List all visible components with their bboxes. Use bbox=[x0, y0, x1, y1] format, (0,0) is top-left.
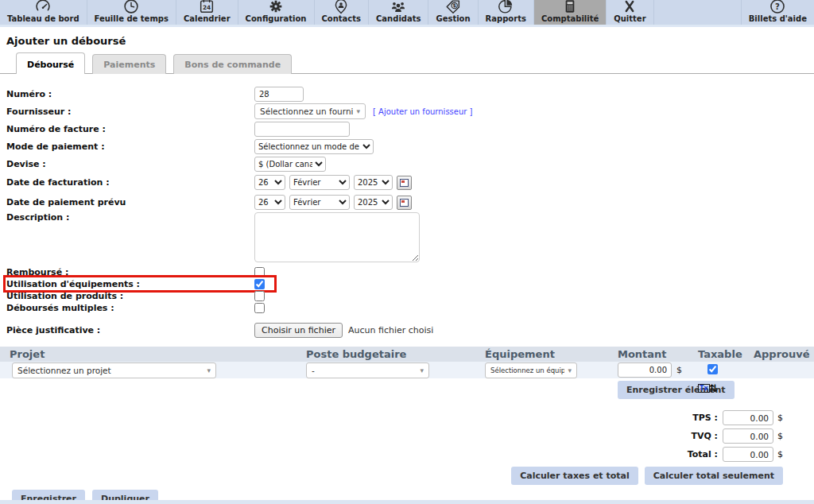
toolbar-item-contacts[interactable]: Contacts bbox=[315, 0, 370, 25]
page-title: Ajouter un déboursé bbox=[6, 35, 814, 47]
form-row-facture: Numéro de facture : bbox=[6, 120, 814, 138]
calendar-icon: 24 bbox=[198, 0, 215, 14]
choose-file-button[interactable]: Choisir un fichier bbox=[254, 323, 343, 338]
col-header-approuve: Approuvé bbox=[754, 347, 810, 362]
poste-selected-value: - bbox=[312, 366, 315, 375]
project-dropdown[interactable]: Sélectionnez un projet ▾ bbox=[12, 362, 216, 378]
toolbar-item-gestion[interactable]: $ Gestion bbox=[428, 0, 478, 25]
toolbar-item-label: Calendrier bbox=[184, 14, 231, 23]
numero-label: Numéro : bbox=[6, 89, 254, 99]
description-label: Description : bbox=[6, 212, 254, 223]
tax-calc-icon[interactable]: Tx⇅ bbox=[698, 382, 718, 394]
calculator-icon bbox=[561, 0, 579, 14]
devise-label: Devise : bbox=[6, 159, 254, 169]
tps-label: TPS : bbox=[692, 413, 718, 423]
chevron-down-icon: ▾ bbox=[356, 107, 360, 115]
mode-paiement-select[interactable]: Sélectionnez un mode de paiement bbox=[254, 139, 374, 154]
calc-taxes-total-button[interactable]: Calculer taxes et total bbox=[511, 467, 638, 485]
utilisation-produits-checkbox[interactable] bbox=[254, 291, 265, 301]
calc-buttons-row: Calculer taxes et total Calculer total s… bbox=[0, 467, 783, 485]
checkbox-row-utilisation-produits: Utilisation de produits : bbox=[6, 290, 814, 302]
mode-paiement-label: Mode de paiement : bbox=[6, 142, 254, 152]
rembourse-checkbox[interactable] bbox=[254, 267, 265, 277]
pie-chart-icon bbox=[497, 0, 514, 14]
col-header-taxable: Taxable bbox=[698, 347, 742, 362]
contact-pin-icon bbox=[332, 0, 350, 14]
calc-total-only-button[interactable]: Calculer total seulement bbox=[645, 467, 783, 485]
taxable-checkbox[interactable] bbox=[707, 364, 718, 374]
people-icon bbox=[390, 0, 407, 14]
date-facturation-day-select[interactable]: 26 bbox=[254, 175, 285, 190]
toolbar-item-rapports[interactable]: Rapports bbox=[479, 0, 534, 25]
montant-input[interactable] bbox=[618, 362, 672, 378]
tab-debourse[interactable]: Déboursé bbox=[16, 52, 85, 74]
toolbar-item-label: Contacts bbox=[322, 14, 362, 23]
col-header-montant: Montant bbox=[618, 347, 667, 362]
toolbar-item-calendrier[interactable]: 24 Calendrier bbox=[176, 0, 238, 25]
form-row-devise: Devise : $ (Dollar canadien) bbox=[6, 155, 814, 173]
utilisation-equipements-checkbox[interactable] bbox=[254, 279, 265, 289]
poste-budgetaire-dropdown[interactable]: - ▾ bbox=[306, 362, 429, 378]
total-currency: $ bbox=[777, 449, 783, 459]
toolbar-item-label: Feuille de temps bbox=[95, 14, 169, 23]
rembourse-label: Remboursé : bbox=[6, 267, 254, 277]
tps-input[interactable] bbox=[723, 410, 773, 425]
toolbar-item-candidats[interactable]: Candidats bbox=[369, 0, 428, 25]
facture-input[interactable] bbox=[254, 122, 350, 137]
description-textarea[interactable] bbox=[254, 212, 420, 262]
save-item-row: Enregistrer élément Tx⇅ bbox=[0, 378, 814, 402]
equipement-dropdown[interactable]: Sélectionnez un équipement ▾ bbox=[485, 362, 577, 378]
toolbar-item-comptabilite[interactable]: Comptabilité bbox=[534, 0, 607, 25]
devise-select[interactable]: $ (Dollar canadien) bbox=[254, 157, 326, 172]
numero-input[interactable] bbox=[254, 87, 304, 102]
toolbar-item-quitter[interactable]: Quitter bbox=[607, 0, 653, 25]
piece-justificative-label: Pièce justificative : bbox=[6, 325, 254, 335]
bottom-strip bbox=[0, 500, 814, 504]
total-input[interactable] bbox=[723, 447, 773, 462]
chevron-down-icon: ▾ bbox=[207, 366, 211, 374]
debourses-multiples-checkbox[interactable] bbox=[254, 303, 265, 313]
date-picker-button[interactable] bbox=[397, 196, 412, 210]
date-facturation-group: 26 Février 2025 bbox=[254, 175, 412, 190]
toolbar-item-label: Candidats bbox=[376, 14, 421, 23]
date-paiement-day-select[interactable]: 26 bbox=[254, 195, 285, 210]
toolbar-item-tableau-de-bord[interactable]: Tableau de bord bbox=[0, 0, 87, 25]
fournisseur-label: Fournisseur : bbox=[6, 107, 254, 117]
form-row-description: Description : bbox=[6, 212, 814, 266]
form-row-fournisseur: Fournisseur : Sélectionnez un fournisseu… bbox=[6, 103, 814, 120]
toolbar-item-feuille-de-temps[interactable]: Feuille de temps bbox=[87, 0, 176, 25]
col-header-equipement: Équipement bbox=[485, 347, 555, 362]
date-facturation-year-select[interactable]: 2025 bbox=[354, 175, 393, 190]
project-selected-value: Sélectionnez un projet bbox=[17, 366, 111, 375]
tab-bons-de-commande[interactable]: Bons de commande bbox=[173, 54, 292, 74]
svg-text:$: $ bbox=[452, 2, 456, 9]
date-paiement-group: 26 Février 2025 bbox=[254, 195, 412, 210]
toolbar-item-label: Comptabilité bbox=[541, 14, 599, 23]
date-paiement-month-select[interactable]: Février bbox=[289, 195, 350, 210]
date-facturation-month-select[interactable]: Février bbox=[289, 175, 350, 190]
fournisseur-dropdown[interactable]: Sélectionnez un fournisseur ▾ bbox=[254, 103, 366, 119]
date-paiement-year-select[interactable]: 2025 bbox=[354, 195, 393, 210]
date-picker-button[interactable] bbox=[397, 176, 412, 190]
items-table-header: Projet Poste budgetaire Équipement Monta… bbox=[0, 347, 814, 362]
add-fournisseur-link[interactable]: [ Ajouter un fournisseur ] bbox=[373, 107, 473, 116]
app-window: Tableau de bord Feuille de temps 24 Cale… bbox=[0, 0, 814, 504]
mini-calendar-icon bbox=[400, 199, 409, 207]
mini-calendar-icon bbox=[400, 179, 409, 187]
question-icon: ? bbox=[769, 0, 786, 14]
chevron-down-icon: ▾ bbox=[420, 366, 424, 374]
totals-section: TPS : $ TVQ : $ Total : $ bbox=[576, 410, 783, 462]
form-row-piece-justificative: Pièce justificative : Choisir un fichier… bbox=[6, 321, 814, 339]
facture-label: Numéro de facture : bbox=[6, 124, 254, 134]
main-toolbar: Tableau de bord Feuille de temps 24 Cale… bbox=[0, 0, 814, 27]
table-row: Sélectionnez un projet ▾ - ▾ Sélectionne… bbox=[0, 362, 814, 378]
tab-paiements[interactable]: Paiements bbox=[92, 54, 166, 74]
tvq-input[interactable] bbox=[723, 428, 773, 444]
toolbar-item-billets-daide[interactable]: ? Billets d'aide bbox=[741, 0, 814, 25]
tps-currency: $ bbox=[777, 413, 783, 423]
toolbar-item-configuration[interactable]: Configuration bbox=[238, 0, 315, 25]
tvq-label: TVQ : bbox=[691, 431, 718, 441]
equipement-selected-value: Sélectionnez un équipement bbox=[490, 366, 564, 374]
debourses-multiples-label: Déboursés multiples : bbox=[6, 303, 254, 313]
toolbar-item-label: Tableau de bord bbox=[7, 14, 79, 23]
